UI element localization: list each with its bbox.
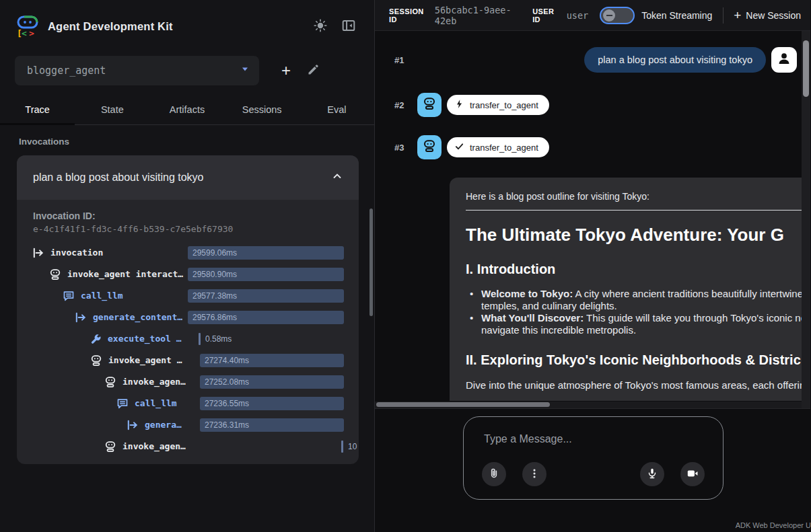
duration-bar: 27236.31ms (200, 418, 344, 432)
tab-sessions[interactable]: Sessions (225, 94, 299, 124)
invocation-card-header[interactable]: plan a blog post about visiting tokyo (17, 155, 359, 200)
invocation-card: plan a blog post about visiting tokyo In… (17, 155, 359, 464)
trace-row[interactable]: invoke_agent interact…29580.90ms (17, 264, 359, 285)
microphone-icon (646, 467, 658, 482)
session-id-label: SESSION ID (389, 7, 429, 24)
tab-state[interactable]: State (75, 94, 149, 124)
wrench-icon (90, 333, 102, 345)
response-section-heading: II. Exploring Tokyo's Iconic Neighborhoo… (466, 352, 802, 368)
trace-row[interactable]: genera…27236.31ms (17, 414, 359, 436)
tool-call-chip[interactable]: transfer_to_agent (447, 95, 549, 115)
left-panel-header: [ < > Agent Development Kit (0, 0, 374, 52)
duration-bar: 29577.38ms (188, 289, 344, 303)
invocation-card-body: Invocation ID: e-4c1f41f1-fd3c-4ff6-b539… (17, 200, 359, 464)
agent-avatar (417, 93, 442, 117)
chat-icon (116, 397, 129, 410)
duration-bar: 27274.40ms (200, 354, 344, 367)
edit-agent-button[interactable] (307, 63, 320, 78)
tool-call-chip[interactable]: transfer_to_agent (447, 137, 549, 157)
tab-bar: TraceStateArtifactsSessionsEval (0, 94, 374, 125)
response-divider (466, 210, 802, 211)
response-section-heading: I. Introduction (466, 262, 802, 277)
agent-avatar (417, 135, 442, 159)
sun-icon (313, 18, 328, 35)
duration-bar (341, 441, 343, 453)
token-streaming-toggle[interactable] (600, 7, 635, 24)
agent-response-card: Here is a blog post outline for visiting… (450, 178, 802, 401)
invocation-id-label: Invocation ID: (33, 211, 343, 221)
trace-row[interactable]: call_llm27236.55ms (17, 393, 359, 414)
pencil-icon (307, 68, 320, 78)
chat-panel: SESSION ID 56bcabc1-9aee-42eb USER ID us… (375, 0, 810, 532)
response-intro: Here is a blog post outline for visiting… (466, 187, 802, 202)
agent-selector-row: blogger_agent + (0, 52, 374, 94)
message-number: #1 (394, 55, 417, 65)
person-icon (777, 51, 791, 69)
theme-toggle-button[interactable] (311, 17, 330, 36)
robot-icon (423, 97, 436, 113)
robot-icon (90, 354, 102, 367)
bolt-icon (454, 99, 470, 112)
chat-vertical-scrollbar-thumb[interactable] (803, 40, 809, 97)
span-label: invoke_agent interact… (67, 269, 183, 279)
user-message-bubble: plan a blog post about visiting tokyo (584, 47, 766, 73)
trace-row[interactable]: execute_tool …0.58ms (17, 328, 359, 350)
adk-logo-icon: [ < > (16, 15, 39, 38)
tab-trace[interactable]: Trace (0, 94, 75, 124)
span-label: call_llm (135, 398, 177, 408)
robot-icon (423, 139, 436, 155)
bullet-dot: • (470, 312, 481, 336)
svg-text:>: > (29, 28, 34, 38)
span-label: invoke_agent … (108, 355, 182, 365)
trace-row[interactable]: invoke_agen…27252.08ms (17, 371, 359, 393)
invocation-title: plan a blog post about visiting tokyo (33, 172, 332, 184)
span-label: invoke_agen… (122, 377, 186, 387)
duration-bar (199, 333, 201, 345)
user-avatar (771, 47, 797, 73)
span-label: execute_tool … (108, 334, 182, 344)
composer-actions (464, 462, 723, 486)
span-label: invoke_agen… (122, 441, 186, 451)
video-camera-icon (686, 467, 699, 482)
trace-row[interactable]: invocation29599.06ms (17, 242, 359, 264)
trace-tree: invocation29599.06msinvoke_agent interac… (17, 242, 359, 457)
tab-eval[interactable]: Eval (299, 94, 374, 124)
message-input[interactable]: Type a Message... (484, 433, 572, 445)
tab-artifacts[interactable]: Artifacts (149, 94, 224, 124)
chevron-up-icon (332, 171, 343, 184)
more-options-button[interactable] (522, 462, 546, 486)
chevron-down-icon (240, 65, 250, 77)
side-panel-icon (341, 18, 356, 35)
message-list: #1plan a blog post about visiting tokyo#… (375, 31, 810, 159)
invocation-id-value: e-4c1f41f1-fd3c-4ff6-b539-c7e5ebf67930 (33, 224, 343, 234)
new-session-button[interactable]: + New Session (734, 9, 801, 22)
add-agent-button[interactable]: + (281, 63, 291, 79)
message-composer[interactable]: Type a Message... (463, 416, 724, 500)
trace-row[interactable]: generate_content…29576.86ms (17, 307, 359, 328)
duration-label: 29580.90ms (188, 270, 237, 279)
chat-message-user: #1plan a blog post about visiting tokyo (375, 47, 810, 73)
more-vert-icon (528, 467, 540, 482)
toggle-thumb (603, 9, 615, 22)
session-topbar: SESSION ID 56bcabc1-9aee-42eb USER ID us… (375, 0, 810, 31)
chat-icon (63, 290, 75, 302)
adk-web-app: [ < > Agent Development Kit (0, 0, 811, 532)
footer-label: ADK Web Developer UI (736, 521, 811, 529)
response-title: The Ultimate Tokyo Adventure: Your G (466, 225, 802, 245)
attachment-icon (488, 467, 500, 482)
duration-bar: 29576.86ms (188, 311, 344, 324)
video-camera-button[interactable] (680, 462, 705, 486)
collapse-side-panel-button[interactable] (339, 17, 358, 36)
chat-horizontal-scrollbar-thumb[interactable] (376, 402, 550, 407)
attach-file-button[interactable] (482, 462, 506, 486)
left-scrollbar-thumb[interactable] (369, 208, 373, 316)
user-id-value: user (567, 10, 589, 21)
microphone-button[interactable] (640, 462, 664, 486)
app-title: Agent Development Kit (48, 20, 173, 33)
trace-row[interactable]: call_llm29577.38ms (17, 285, 359, 307)
trace-row[interactable]: invoke_agen…10 (17, 436, 359, 457)
agent-select[interactable]: blogger_agent (15, 56, 259, 85)
trace-row[interactable]: invoke_agent …27274.40ms (17, 350, 359, 371)
svg-text:<: < (22, 28, 27, 38)
robot-icon (104, 376, 116, 388)
